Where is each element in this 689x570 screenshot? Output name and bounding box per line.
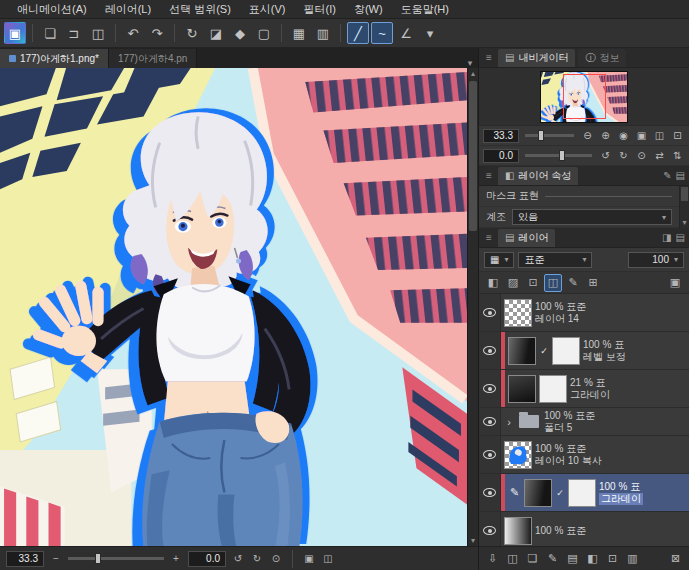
divide-layer-icon[interactable]: ▥ (623, 549, 642, 568)
visibility-toggle[interactable] (479, 474, 501, 511)
layer-name[interactable]: 폴더 5 (544, 422, 595, 434)
navigator-preview-area[interactable] (479, 68, 689, 126)
navigator-zoom-slider[interactable] (525, 134, 574, 137)
statusbar-rotation-value[interactable]: 0.0 (188, 551, 226, 567)
layer-thumbnail[interactable] (508, 375, 536, 403)
tab-navigator[interactable]: ▤ 내비게이터 (498, 49, 575, 67)
zoom-in-icon[interactable]: ⊕ (598, 128, 613, 143)
lay​er-name[interactable]: 레벨 보정 (583, 351, 626, 363)
tab-layer[interactable]: ▤ 레이어 (498, 229, 555, 247)
layer-property-scrollbar[interactable]: ▾ (679, 186, 689, 228)
panel-menu-icon[interactable]: ▤ (676, 170, 685, 181)
fit-window-icon[interactable]: ◫ (652, 128, 667, 143)
blend-mode-select[interactable]: 표준 ▾ (518, 252, 592, 268)
visibility-toggle[interactable] (479, 436, 501, 473)
layer-thumbnail[interactable] (524, 479, 552, 507)
layer-name[interactable]: 레이어 14 (535, 313, 586, 325)
tab-info[interactable]: ⓘ 정보 (578, 49, 626, 67)
visibility-toggle[interactable] (479, 370, 501, 407)
fit-screen-icon[interactable]: ▣ (634, 128, 649, 143)
menu-view[interactable]: 표시(V) (240, 2, 295, 17)
menu-animation[interactable]: 애니메이션(A) (8, 2, 96, 17)
snap-icon[interactable]: ▥ (312, 22, 334, 44)
mask-thumbnail[interactable] (568, 479, 596, 507)
list-tab-icon[interactable]: ▤ (676, 232, 685, 243)
rotate-left-icon[interactable]: ↺ (598, 148, 613, 163)
zoom-100-icon[interactable]: ◉ (616, 128, 631, 143)
visibility-toggle[interactable] (479, 512, 501, 546)
merge-down-icon[interactable]: ◫ (503, 549, 522, 568)
layer-name[interactable]: 그라데이 (570, 389, 610, 401)
layer-row[interactable]: 100 % 표준 레이어 10 복사 (479, 436, 689, 474)
layer-row[interactable]: 100 % 표준 (479, 512, 689, 546)
draft-layer-icon[interactable]: ✎ (564, 274, 582, 292)
scroll-up-icon[interactable]: ▴ (468, 68, 478, 79)
redo-icon[interactable]: ↷ (146, 22, 168, 44)
scroll-down-icon[interactable]: ▾ (468, 535, 478, 546)
layer-thumbnail[interactable] (508, 337, 536, 365)
enable-mask-icon[interactable]: ◫ (544, 274, 562, 292)
statusbar-actual-size-icon[interactable]: ◫ (321, 552, 335, 566)
canvas-vertical-scrollbar[interactable]: ▴ ▾ (467, 68, 478, 546)
layer-display-select[interactable]: ▦ ▾ (484, 252, 514, 268)
scrollbar-thumb[interactable] (469, 81, 477, 231)
statusbar-zoom-out-icon[interactable]: − (49, 552, 63, 566)
apply-mask-icon[interactable]: ⊡ (603, 549, 622, 568)
flip-vertical-icon[interactable]: ⇅ (670, 148, 685, 163)
menu-help[interactable]: 도움말(H) (392, 2, 458, 17)
delete-layer-icon[interactable]: ⊠ (666, 549, 685, 568)
zoom-out-icon[interactable]: ⊖ (580, 128, 595, 143)
layer-color-icon[interactable]: ▣ (666, 274, 684, 292)
new-raster-layer-icon[interactable]: ❏ (523, 549, 542, 568)
fill-icon[interactable]: ◆ (229, 22, 251, 44)
visibility-toggle[interactable] (479, 332, 501, 369)
menu-window[interactable]: 창(W) (345, 2, 392, 17)
angle-tool-icon[interactable]: ∠ (395, 22, 417, 44)
canvas[interactable] (0, 68, 467, 546)
navigator-zoom-value[interactable]: 33.3 (483, 129, 519, 143)
layer-row[interactable]: 100 % 표준 레이어 14 (479, 294, 689, 332)
layer-row[interactable]: 21 % 표 그라데이 (479, 370, 689, 408)
app-tool-icon[interactable]: ▣ (4, 22, 26, 44)
flip-horizontal-icon[interactable]: ⇄ (652, 148, 667, 163)
curve-tool-icon[interactable]: ~ (371, 22, 393, 44)
rotate-right-icon[interactable]: ↻ (616, 148, 631, 163)
statusbar-fit-icon[interactable]: ▣ (302, 552, 316, 566)
layer-row[interactable]: ✓ 100 % 표 레벨 보정 (479, 332, 689, 370)
navigator-view-frame[interactable] (563, 74, 606, 119)
refresh-icon[interactable]: ↻ (181, 22, 203, 44)
opacity-select[interactable]: 100 ▾ (628, 252, 684, 268)
layer-name[interactable]: 그라데이 (599, 493, 643, 505)
scrollbar-thumb[interactable] (681, 187, 688, 201)
menu-layer[interactable]: 레이어(L) (96, 2, 160, 17)
menu-filter[interactable]: 필터(I) (295, 2, 345, 17)
statusbar-zoom-in-icon[interactable]: + (169, 552, 183, 566)
layer-thumbnail[interactable] (504, 517, 532, 545)
new-vector-layer-icon[interactable]: ✎ (543, 549, 562, 568)
layer-name[interactable]: 레이어 10 복사 (535, 455, 602, 467)
statusbar-zoom-value[interactable]: 33.3 (6, 551, 44, 567)
navigator-rotation-value[interactable]: 0.0 (483, 149, 519, 163)
statusbar-rotate-right-icon[interactable]: ↻ (250, 552, 264, 566)
gradation-select[interactable]: 있음 ▾ (512, 209, 672, 225)
layer-thumbnail[interactable] (504, 441, 532, 469)
lock-transparent-icon[interactable]: ▨ (504, 274, 522, 292)
new-mask-icon[interactable]: ◧ (583, 549, 602, 568)
panel-menu-icon[interactable]: ≡ (483, 52, 495, 63)
layer-folder-row[interactable]: › 100 % 표준 폴더 5 (479, 408, 689, 436)
visibility-toggle[interactable] (479, 294, 501, 331)
navigator-thumbnail[interactable] (540, 71, 628, 123)
statusbar-rotate-reset-icon[interactable]: ⊙ (269, 552, 283, 566)
visibility-toggle[interactable] (479, 408, 501, 435)
tab-layer-property[interactable]: ◧ 레이어 속성 (498, 167, 578, 185)
toolbar-more-icon[interactable]: ▾ (419, 22, 441, 44)
crop-icon[interactable]: ▢ (253, 22, 275, 44)
panel-menu-icon[interactable]: ≡ (483, 170, 495, 181)
undo-icon[interactable]: ↶ (122, 22, 144, 44)
menu-selection[interactable]: 선택 범위(S) (160, 2, 240, 17)
transfer-down-icon[interactable]: ⇩ (483, 549, 502, 568)
lock-layer-icon[interactable]: ⊡ (524, 274, 542, 292)
clip-to-layer-icon[interactable]: ◧ (484, 274, 502, 292)
document-tab-inactive[interactable]: 177)아게하4.pn (109, 49, 197, 68)
palette-tab-icon[interactable]: ◨ (662, 232, 671, 243)
